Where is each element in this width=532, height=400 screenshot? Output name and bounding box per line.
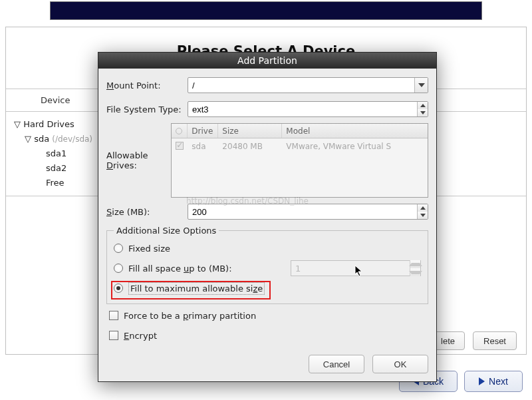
force-primary-label: Force to be a primary partition xyxy=(124,311,256,321)
size-input[interactable] xyxy=(188,204,417,219)
drive-row[interactable]: sda 20480 MB VMware, VMware Virtual S xyxy=(172,138,428,154)
spinner-down-icon[interactable] xyxy=(417,212,428,219)
chevron-down-icon[interactable] xyxy=(414,78,428,93)
radio-fill-max-label: Fill to maximum allowable size xyxy=(128,282,265,295)
allowable-drives-label: Allowable Drives: xyxy=(106,150,171,170)
fill-up-to-value: 1 xyxy=(291,264,410,274)
mount-point-label: Mount Point: xyxy=(106,81,188,91)
cancel-button[interactable]: Cancel xyxy=(309,355,364,373)
fs-type-combo[interactable] xyxy=(188,101,428,117)
arrow-right-icon xyxy=(479,377,485,385)
radio-fixed-size[interactable] xyxy=(114,244,123,253)
add-partition-dialog: Add Partition Mount Point: File System T… xyxy=(98,52,437,382)
radio-fill-max[interactable] xyxy=(114,284,123,293)
ok-button[interactable]: OK xyxy=(372,355,428,373)
fs-type-row: File System Type: xyxy=(106,99,428,119)
size-spinner[interactable] xyxy=(188,204,428,220)
encrypt-checkbox[interactable] xyxy=(109,331,118,340)
next-button[interactable]: Next xyxy=(464,371,523,392)
allowable-drives-box[interactable]: Drive Size Model sda 20480 MB VMware, VM… xyxy=(171,123,428,198)
dialog-title: Add Partition xyxy=(98,53,436,69)
spinner-up-icon[interactable] xyxy=(417,204,428,212)
caret-up-icon[interactable] xyxy=(417,102,428,109)
installer-header-band xyxy=(50,1,482,20)
radio-fill-up-to[interactable] xyxy=(114,264,123,273)
force-primary-checkbox[interactable] xyxy=(109,311,118,320)
size-label: Size (MB): xyxy=(106,207,188,217)
fs-type-input[interactable] xyxy=(188,102,417,116)
reset-button[interactable]: Reset xyxy=(473,331,517,350)
mount-point-input[interactable] xyxy=(188,78,414,93)
encrypt-label: Encrypt xyxy=(124,331,157,341)
disabled-spinner-up-icon xyxy=(410,260,420,268)
drive-row-checkbox[interactable] xyxy=(176,142,184,150)
mount-point-row: Mount Point: xyxy=(106,75,428,95)
radio-fixed-label: Fixed size xyxy=(128,244,170,254)
size-options-group: Additional Size Options Fixed size Fill … xyxy=(106,226,428,304)
radio-fill-up-to-label: Fill all space up to (MB): xyxy=(128,264,232,274)
mount-point-combo[interactable] xyxy=(188,77,428,93)
caret-down-icon[interactable] xyxy=(417,109,428,116)
drives-header: Drive Size Model xyxy=(172,124,428,138)
size-options-legend: Additional Size Options xyxy=(114,226,219,236)
fs-type-label: File System Type: xyxy=(106,104,188,114)
disabled-spinner-down-icon xyxy=(410,268,420,276)
fill-up-to-spinner: 1 xyxy=(291,260,421,276)
